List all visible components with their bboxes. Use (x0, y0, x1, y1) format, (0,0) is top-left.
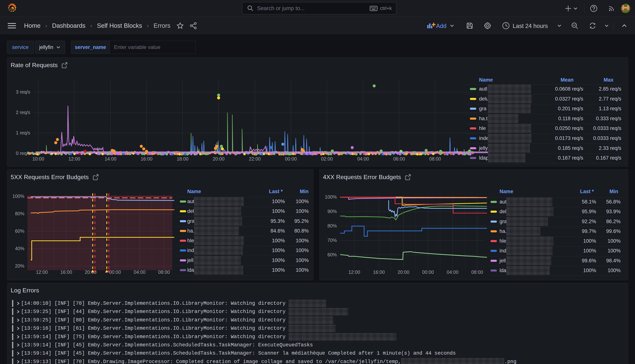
svg-text:10:00: 10:00 (33, 156, 44, 162)
svg-text:1 req/s: 1 req/s (16, 130, 30, 136)
svg-text:12:00: 12:00 (348, 270, 360, 275)
svg-text:02:00: 02:00 (321, 156, 333, 162)
svg-text:04:00: 04:00 (357, 156, 369, 162)
svg-text:06:00: 06:00 (393, 156, 405, 162)
svg-text:80%: 80% (327, 223, 337, 228)
svg-text:14:00: 14:00 (105, 156, 117, 162)
svg-text:20:00: 20:00 (398, 270, 409, 275)
svg-text:18:00: 18:00 (177, 156, 189, 162)
svg-text:40%: 40% (15, 246, 25, 251)
svg-text:16:00: 16:00 (61, 270, 72, 275)
svg-text:00:00: 00:00 (285, 156, 297, 162)
svg-text:20%: 20% (15, 263, 25, 268)
svg-text:3 req/s: 3 req/s (16, 89, 30, 94)
svg-text:04:00: 04:00 (447, 270, 459, 275)
svg-text:00:00: 00:00 (422, 270, 434, 275)
svg-text:08:00: 08:00 (471, 270, 483, 275)
svg-text:100%: 100% (13, 194, 25, 199)
svg-text:60%: 60% (327, 252, 337, 257)
svg-text:90%: 90% (327, 209, 337, 214)
svg-text:22:00: 22:00 (249, 156, 261, 162)
svg-text:12:00: 12:00 (69, 156, 80, 162)
svg-text:80%: 80% (15, 211, 25, 216)
svg-text:16:00: 16:00 (141, 156, 153, 162)
svg-text:100%: 100% (325, 194, 337, 200)
svg-text:70%: 70% (327, 238, 337, 243)
svg-text:08:00: 08:00 (429, 156, 441, 162)
svg-text:16:00: 16:00 (373, 270, 385, 275)
svg-text:20:00: 20:00 (213, 156, 225, 162)
svg-text:08:00: 08:00 (158, 270, 170, 275)
svg-text:04:00: 04:00 (134, 270, 146, 275)
svg-text:00:00: 00:00 (109, 270, 121, 275)
svg-text:12:00: 12:00 (36, 270, 48, 275)
svg-text:2 req/s: 2 req/s (16, 110, 30, 115)
svg-text:60%: 60% (15, 228, 25, 234)
